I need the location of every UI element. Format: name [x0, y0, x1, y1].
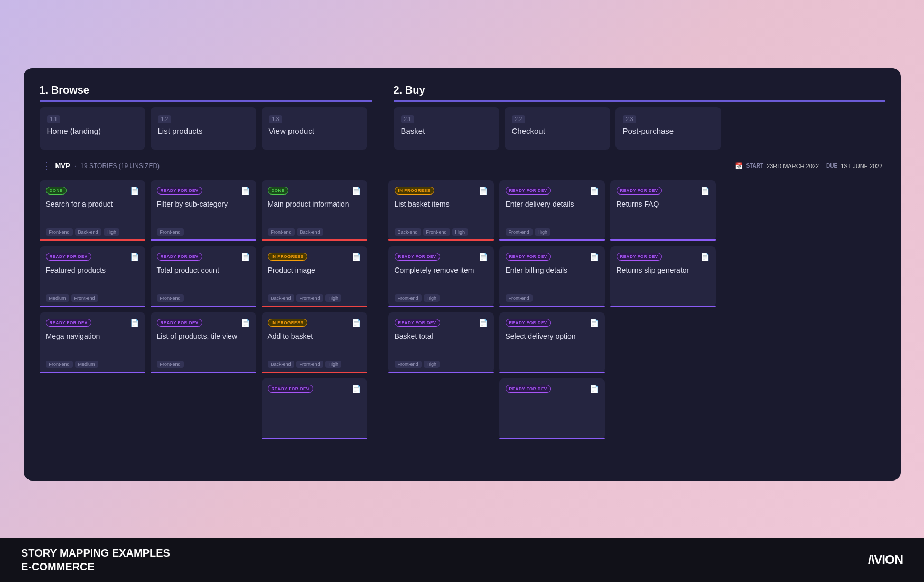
story-card-5-0[interactable]: READY FOR DEV📄Returns FAQ — [610, 180, 716, 241]
status-badge-1-2: READY FOR DEV — [157, 319, 202, 327]
tag: Front-end — [395, 294, 422, 302]
mvp-dots-icon[interactable]: ⋮ — [42, 160, 51, 172]
story-card-3-2[interactable]: READY FOR DEV📄Basket totalFront-endHigh — [388, 312, 494, 373]
tag: Medium — [75, 361, 98, 368]
story-card-3-1[interactable]: READY FOR DEV📄Completely remove itemFron… — [388, 246, 494, 307]
epic-card-21: 2.1 Basket — [394, 107, 499, 150]
doc-icon-5-1[interactable]: 📄 — [701, 253, 710, 261]
epic-title-22: Checkout — [512, 126, 603, 135]
tag: Front-end — [506, 294, 533, 302]
doc-icon-1-2[interactable]: 📄 — [241, 319, 250, 327]
story-card-1-0[interactable]: READY FOR DEV📄Filter by sub-categoryFron… — [151, 180, 256, 241]
story-card-header-0-2: READY FOR DEV📄 — [46, 319, 139, 327]
story-card-header-3-0: IN PROGRESS📄 — [395, 187, 488, 195]
doc-icon-1-0[interactable]: 📄 — [241, 187, 250, 195]
story-card-2-0[interactable]: DONE📄Main product informationFront-endBa… — [262, 180, 367, 241]
epic-num-21: 2.1 — [401, 115, 415, 123]
status-badge-4-3: READY FOR DEV — [506, 385, 551, 393]
story-card-0-2[interactable]: READY FOR DEV📄Mega navigationFront-endMe… — [40, 312, 145, 373]
epic-group-buy: 2. Buy 2.1 Basket 2.2 Checkout — [394, 84, 885, 150]
story-card-4-0[interactable]: READY FOR DEV📄Enter delivery detailsFron… — [499, 180, 605, 241]
doc-icon-0-2[interactable]: 📄 — [130, 319, 139, 327]
story-card-3-0[interactable]: IN PROGRESS📄List basket itemsBack-endFro… — [388, 180, 494, 241]
doc-icon-4-1[interactable]: 📄 — [590, 253, 599, 261]
doc-icon-0-0[interactable]: 📄 — [130, 187, 139, 195]
epic-card-22: 2.2 Checkout — [505, 107, 610, 150]
doc-icon-2-2[interactable]: 📄 — [352, 319, 361, 327]
story-title-0-2: Mega navigation — [46, 331, 139, 355]
story-card-0-0[interactable]: DONE📄Search for a productFront-endBack-e… — [40, 180, 145, 241]
story-card-0-1[interactable]: READY FOR DEV📄Featured productsMediumFro… — [40, 246, 145, 307]
story-tags-2-1: Back-endFront-endHigh — [268, 294, 361, 302]
story-card-header-1-2: READY FOR DEV📄 — [157, 319, 250, 327]
story-tags-1-2: Front-end — [157, 361, 250, 368]
epic-group-buy-columns: 2.1 Basket 2.2 Checkout 2.3 Post-p — [394, 107, 885, 150]
main-container: 1. Browse 1.1 Home (landing) 1.2 List pr… — [0, 0, 924, 538]
story-card-2-3[interactable]: READY FOR DEV📄 — [262, 378, 367, 439]
story-card-1-1[interactable]: READY FOR DEV📄Total product countFront-e… — [151, 246, 256, 307]
doc-icon-2-3[interactable]: 📄 — [352, 385, 361, 393]
story-card-2-1[interactable]: IN PROGRESS📄Product imageBack-endFront-e… — [262, 246, 367, 307]
logo-slash-icon: /\ — [868, 552, 874, 567]
doc-icon-3-0[interactable]: 📄 — [479, 187, 488, 195]
status-badge-0-2: READY FOR DEV — [46, 319, 91, 327]
status-badge-3-1: READY FOR DEV — [395, 253, 440, 261]
story-card-5-1[interactable]: READY FOR DEV📄Returns slip generator — [610, 246, 716, 307]
story-tags-2-2: Back-endFront-endHigh — [268, 361, 361, 368]
story-title-5-1: Returns slip generator — [617, 265, 710, 297]
doc-icon-5-0[interactable]: 📄 — [701, 187, 710, 195]
story-title-1-0: Filter by sub-category — [157, 199, 250, 223]
status-badge-1-0: READY FOR DEV — [157, 187, 202, 195]
story-card-header-2-3: READY FOR DEV📄 — [268, 385, 361, 393]
story-card-4-3[interactable]: READY FOR DEV📄 — [499, 378, 605, 439]
story-column-0: DONE📄Search for a productFront-endBack-e… — [40, 180, 145, 439]
doc-icon-1-1[interactable]: 📄 — [241, 253, 250, 261]
tag: Back-end — [297, 228, 323, 236]
doc-icon-4-3[interactable]: 📄 — [590, 385, 599, 393]
doc-icon-4-0[interactable]: 📄 — [590, 187, 599, 195]
tag: Back-end — [268, 361, 294, 368]
story-title-5-0: Returns FAQ — [617, 199, 710, 230]
tag: Front-end — [268, 228, 295, 236]
story-card-1-2[interactable]: READY FOR DEV📄List of products, tile vie… — [151, 312, 256, 373]
epic-num-22: 2.2 — [512, 115, 526, 123]
doc-icon-0-1[interactable]: 📄 — [130, 253, 139, 261]
story-card-4-2[interactable]: READY FOR DEV📄Select delivery option — [499, 312, 605, 373]
mvp-left: ⋮ MVP · 19 STORIES (19 UNSIZED) — [42, 160, 160, 172]
story-card-header-2-1: IN PROGRESS📄 — [268, 253, 361, 261]
story-title-4-1: Enter billing details — [506, 265, 599, 289]
story-title-2-2: Add to basket — [268, 331, 361, 355]
tag: High — [325, 294, 342, 302]
tag: Front-end — [157, 228, 184, 236]
story-card-2-2[interactable]: IN PROGRESS📄Add to basketBack-endFront-e… — [262, 312, 367, 373]
story-title-2-0: Main product information — [268, 199, 361, 223]
story-card-header-4-2: READY FOR DEV📄 — [506, 319, 599, 327]
tag: High — [104, 228, 120, 236]
story-tags-1-1: Front-end — [157, 294, 250, 302]
epic-title-23: Post-purchase — [623, 126, 714, 135]
tag: High — [325, 361, 342, 368]
story-title-3-1: Completely remove item — [395, 265, 488, 289]
doc-icon-4-2[interactable]: 📄 — [590, 319, 599, 327]
doc-icon-2-0[interactable]: 📄 — [352, 187, 361, 195]
doc-icon-2-1[interactable]: 📄 — [352, 253, 361, 261]
story-column-4: READY FOR DEV📄Enter delivery detailsFron… — [499, 180, 605, 439]
epic-group-browse: 1. Browse 1.1 Home (landing) 1.2 List pr… — [40, 84, 372, 150]
tag: Front-end — [46, 361, 73, 368]
story-card-4-1[interactable]: READY FOR DEV📄Enter billing detailsFront… — [499, 246, 605, 307]
doc-icon-3-1[interactable]: 📄 — [479, 253, 488, 261]
epic-num-12: 1.2 — [158, 115, 172, 123]
story-tags-4-1: Front-end — [506, 294, 599, 302]
doc-icon-3-2[interactable]: 📄 — [479, 319, 488, 327]
status-badge-2-2: IN PROGRESS — [268, 319, 307, 327]
story-tags-2-0: Front-endBack-end — [268, 228, 361, 236]
tag: Front-end — [506, 228, 533, 236]
status-badge-5-1: READY FOR DEV — [617, 253, 662, 261]
tag: High — [452, 228, 469, 236]
epic-card-12: 1.2 List products — [151, 107, 256, 150]
epic-num-23: 2.3 — [623, 115, 637, 123]
story-column-3: IN PROGRESS📄List basket itemsBack-endFro… — [388, 180, 494, 439]
epic-col-11: 1.1 Home (landing) — [40, 107, 145, 150]
epic-card-11: 1.1 Home (landing) — [40, 107, 145, 150]
story-title-1-2: List of products, tile view — [157, 331, 250, 355]
